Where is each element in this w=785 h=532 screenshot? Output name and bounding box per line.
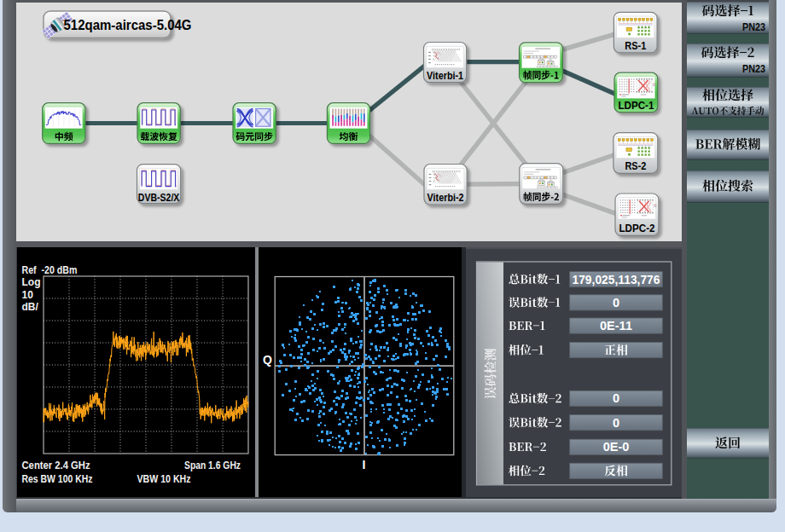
svg-text:Ref -20 dBm: Ref -20 dBm [22,264,78,276]
svg-text:512qam-aircas-5.04G: 512qam-aircas-5.04G [64,18,192,32]
svg-text:Res BW 100 KHz: Res BW 100 KHz [22,473,93,485]
svg-text:RS-1: RS-1 [625,39,646,52]
svg-text:Q: Q [263,353,272,367]
svg-text:10: 10 [22,289,34,301]
svg-text:Center 2.4 GHz: Center 2.4 GHz [22,460,90,471]
svg-text:dB/: dB/ [22,301,39,313]
svg-text:0: 0 [613,296,619,309]
svg-text:I: I [363,458,366,471]
svg-text:VBW 10 KHz: VBW 10 KHz [137,473,191,485]
svg-text:DVB-S2/X: DVB-S2/X [138,192,180,204]
svg-text:0E-11: 0E-11 [600,319,632,332]
svg-text:RS-2: RS-2 [625,159,646,172]
svg-text:PN23: PN23 [742,21,765,33]
svg-text:0: 0 [613,391,619,405]
svg-text:PN23: PN23 [742,63,765,75]
svg-text:LDPC-1: LDPC-1 [618,99,654,112]
svg-text:LDPC-2: LDPC-2 [619,222,655,234]
svg-text:Viterbi-2: Viterbi-2 [427,191,464,204]
svg-text:179,025,113,776: 179,025,113,776 [573,273,660,286]
svg-text:0: 0 [613,416,619,430]
svg-text:Viterbi-1: Viterbi-1 [427,69,463,82]
svg-text:Log: Log [22,276,41,288]
svg-text:Span 1.6 GHz: Span 1.6 GHz [184,460,241,471]
svg-text:0E-0: 0E-0 [603,440,630,454]
